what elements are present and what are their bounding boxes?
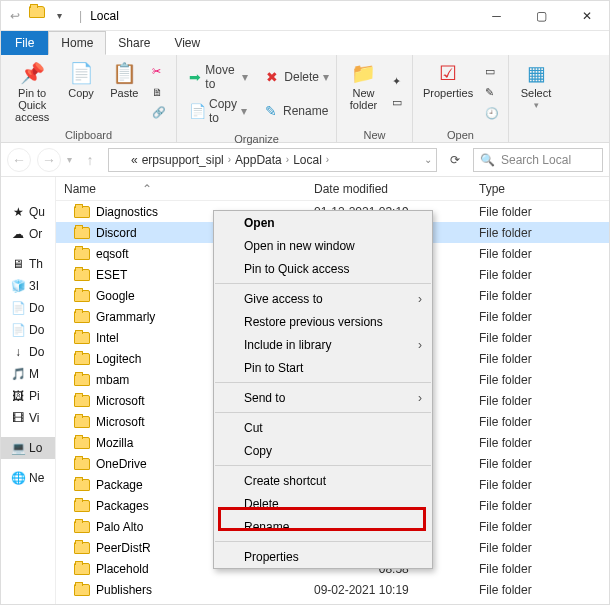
file-name: Packages bbox=[96, 499, 149, 513]
file-name: Microsoft bbox=[96, 394, 145, 408]
sidebar-label: Pi bbox=[29, 389, 40, 403]
folder-icon bbox=[74, 227, 90, 239]
search-input[interactable]: 🔍 Search Local bbox=[473, 148, 603, 172]
tab-home[interactable]: Home bbox=[48, 31, 106, 55]
qa-folder-icon[interactable] bbox=[29, 6, 45, 18]
ctx-create-shortcut[interactable]: Create shortcut bbox=[214, 469, 432, 492]
file-name: Google bbox=[96, 289, 135, 303]
maximize-button[interactable]: ▢ bbox=[519, 1, 564, 31]
open-icon[interactable]: ▭ bbox=[481, 63, 503, 80]
refresh-button[interactable]: ⟳ bbox=[443, 148, 467, 172]
col-name[interactable]: Name⌃ bbox=[56, 182, 306, 196]
sidebar-item[interactable]: 💻Lo bbox=[1, 437, 55, 459]
tab-file[interactable]: File bbox=[1, 31, 48, 55]
ctx-delete[interactable]: Delete bbox=[214, 492, 432, 515]
file-name: Intel bbox=[96, 331, 119, 345]
ctx-pin-to-start[interactable]: Pin to Start bbox=[214, 356, 432, 379]
ctx-give-access-to[interactable]: Give access to bbox=[214, 287, 432, 310]
paste-button[interactable]: 📋 Paste bbox=[105, 59, 144, 125]
file-type: File folder bbox=[471, 436, 609, 450]
copy-to-button[interactable]: 📄Copy to ▾ bbox=[185, 95, 251, 127]
folder-icon bbox=[74, 269, 90, 281]
ctx-rename[interactable]: Rename bbox=[214, 515, 432, 538]
new-folder-button[interactable]: 📁 New folder bbox=[343, 59, 384, 125]
crumb-overflow[interactable]: « bbox=[131, 153, 138, 167]
paste-shortcut-icon[interactable]: 🔗 bbox=[148, 104, 170, 121]
folder-icon bbox=[74, 311, 90, 323]
sidebar-item[interactable]: 🧊3I bbox=[1, 275, 55, 297]
sidebar-item[interactable]: 🖥Th bbox=[1, 253, 55, 275]
folder-icon bbox=[74, 395, 90, 407]
properties-button[interactable]: ☑ Properties bbox=[419, 59, 477, 125]
pin-quick-access-button[interactable]: 📌 Pin to Quick access bbox=[7, 59, 57, 125]
move-to-button[interactable]: ➡Move to ▾ bbox=[185, 61, 252, 93]
folder-icon bbox=[74, 206, 90, 218]
group-open-label: Open bbox=[413, 129, 508, 143]
crumb-dropdown-icon[interactable]: ⌄ bbox=[424, 154, 432, 165]
nav-back-button[interactable]: ← bbox=[7, 148, 31, 172]
breadcrumb[interactable]: « erpsupport_sipl› AppData› Local› ⌄ bbox=[108, 148, 437, 172]
copy-path-icon[interactable]: 🗎 bbox=[148, 84, 170, 100]
sidebar-icon: 🎞 bbox=[11, 411, 25, 425]
sidebar-item[interactable]: 🎵M bbox=[1, 363, 55, 385]
sidebar-item[interactable]: 🌐Ne bbox=[1, 467, 55, 489]
ctx-include-in-library[interactable]: Include in library bbox=[214, 333, 432, 356]
close-button[interactable]: ✕ bbox=[564, 1, 609, 31]
sidebar-item[interactable]: 📄Do bbox=[1, 319, 55, 341]
sidebar-item[interactable]: ☁Or bbox=[1, 223, 55, 245]
sidebar-icon: ☁ bbox=[11, 227, 25, 241]
sidebar-item[interactable]: 🖼Pi bbox=[1, 385, 55, 407]
edit-icon[interactable]: ✎ bbox=[481, 84, 503, 101]
file-row[interactable]: Publishers09-02-2021 10:19File folder bbox=[56, 579, 609, 600]
nav-recent-button[interactable]: ▾ bbox=[67, 154, 72, 165]
copy-button[interactable]: 📄 Copy bbox=[61, 59, 100, 125]
col-date[interactable]: Date modified bbox=[306, 182, 471, 196]
tab-share[interactable]: Share bbox=[106, 31, 162, 55]
tab-view[interactable]: View bbox=[162, 31, 212, 55]
copy-icon: 📄 bbox=[69, 61, 93, 85]
sidebar-item[interactable]: 🎞Vi bbox=[1, 407, 55, 429]
file-type: File folder bbox=[471, 562, 609, 576]
file-type: File folder bbox=[471, 373, 609, 387]
ctx-open[interactable]: Open bbox=[214, 211, 432, 234]
ctx-restore-previous[interactable]: Restore previous versions bbox=[214, 310, 432, 333]
folder-icon bbox=[74, 332, 90, 344]
ctx-properties[interactable]: Properties bbox=[214, 545, 432, 568]
sidebar-item[interactable]: ↓Do bbox=[1, 341, 55, 363]
ctx-send-to[interactable]: Send to bbox=[214, 386, 432, 409]
sidebar-icon: 💻 bbox=[11, 441, 25, 455]
rename-icon: ✎ bbox=[263, 103, 279, 119]
ctx-cut[interactable]: Cut bbox=[214, 416, 432, 439]
crumb-erpsupport[interactable]: erpsupport_sipl bbox=[142, 153, 224, 167]
col-type[interactable]: Type bbox=[471, 182, 609, 196]
sidebar-item[interactable]: ★Qu bbox=[1, 201, 55, 223]
delete-button[interactable]: ✖Delete ▾ bbox=[260, 61, 333, 93]
cut-icon[interactable]: ✂ bbox=[148, 63, 170, 80]
qa-dropdown-icon[interactable]: ▾ bbox=[49, 6, 69, 26]
history-icon[interactable]: 🕘 bbox=[481, 105, 503, 122]
ctx-copy[interactable]: Copy bbox=[214, 439, 432, 462]
crumb-local[interactable]: Local bbox=[293, 153, 322, 167]
minimize-button[interactable]: ─ bbox=[474, 1, 519, 31]
easy-access-icon[interactable]: ▭ bbox=[388, 94, 406, 111]
folder-icon bbox=[74, 521, 90, 533]
delete-icon: ✖ bbox=[264, 69, 280, 85]
title-sep: | bbox=[79, 9, 82, 23]
nav-up-button[interactable]: ↑ bbox=[78, 148, 102, 172]
file-name: Discord bbox=[96, 226, 137, 240]
new-item-icon[interactable]: ✦ bbox=[388, 73, 406, 90]
nav-forward-button[interactable]: → bbox=[37, 148, 61, 172]
file-type: File folder bbox=[471, 268, 609, 282]
sidebar-label: Qu bbox=[29, 205, 45, 219]
paste-icon: 📋 bbox=[112, 61, 136, 85]
rename-button[interactable]: ✎Rename bbox=[259, 95, 332, 127]
file-type: File folder bbox=[471, 478, 609, 492]
nav-sidebar[interactable]: ★Qu☁Or🖥Th🧊3I📄Do📄Do↓Do🎵M🖼Pi🎞Vi💻Lo🌐Ne bbox=[1, 177, 56, 605]
ctx-open-new-window[interactable]: Open in new window bbox=[214, 234, 432, 257]
ctx-pin-quick-access[interactable]: Pin to Quick access bbox=[214, 257, 432, 280]
sidebar-label: Vi bbox=[29, 411, 39, 425]
sidebar-item[interactable]: 📄Do bbox=[1, 297, 55, 319]
select-button[interactable]: ▦ Select ▾ bbox=[515, 59, 557, 125]
qa-back-icon[interactable]: ↩ bbox=[5, 6, 25, 26]
crumb-appdata[interactable]: AppData bbox=[235, 153, 282, 167]
